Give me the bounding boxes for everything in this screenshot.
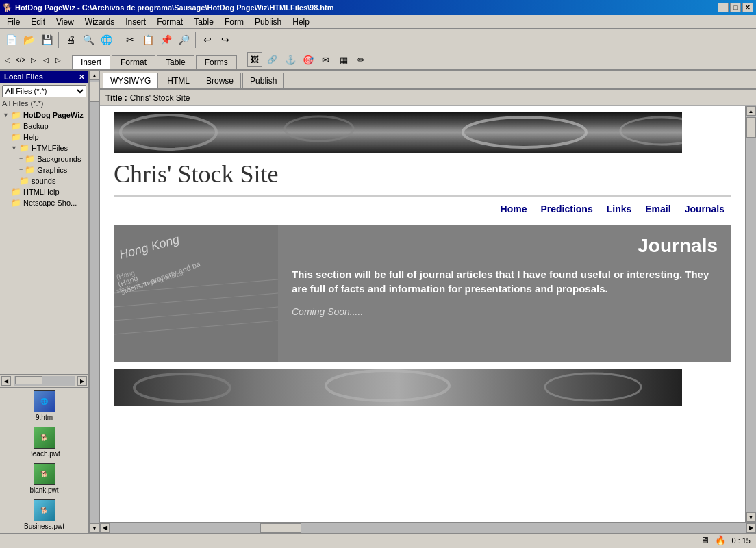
sidebar-title: Local Files [4,73,43,81]
copy-button[interactable]: 📋 [140,32,156,48]
nav-arrow-right1[interactable]: ▷ [28,53,39,66]
tree-label-htmlfiles: HTMLFiles [32,144,68,152]
tab-insert[interactable]: Insert [72,55,110,68]
nav-email[interactable]: Email [645,203,670,214]
toolbars-area: 📄 📂 💾 🖨 🔍 🌐 ✂ 📋 📌 🔎 ↩ ↪ ◁ </> ▷ ◁ ▷ Inse… [0,29,756,71]
separator-5 [242,51,242,67]
save-button[interactable]: 💾 [38,32,55,48]
maximize-button[interactable]: □ [730,3,741,12]
undo-button[interactable]: ↩ [199,32,216,48]
publish-toolbar-button[interactable]: 🌐 [98,32,114,48]
preview-scroll-thumb[interactable] [746,117,756,138]
menu-edit[interactable]: Edit [25,16,51,27]
tab-browse[interactable]: Browse [199,73,241,88]
menu-table[interactable]: Table [188,16,219,27]
tree-item-backup[interactable]: 📁 Backup [0,121,88,132]
file-item-9htm[interactable]: 🌐 9.htm [0,388,88,424]
nav-links[interactable]: Links [607,203,632,214]
title-label: HotDog PageWiz - C:\Archivos de programa… [15,3,334,12]
tree-scrollbar-thumb[interactable] [15,376,42,384]
tree-item-netscape[interactable]: 📁 Netscape Sho... [0,197,88,208]
nav-arrow-right2[interactable]: ▷ [53,53,64,66]
tree-item-sounds[interactable]: 📁 sounds [0,175,88,186]
minimize-button[interactable]: _ [718,3,729,12]
sidebar-close-button[interactable]: ✕ [79,73,84,81]
preview-button[interactable]: 🔍 [80,32,97,48]
tree-item-root[interactable]: ▼ 📁 HotDog PageWiz [0,110,88,121]
nav-arrow-left2[interactable]: ◁ [40,53,51,66]
panel-nav-buttons: ◁ </> ▷ ◁ ▷ [0,51,66,68]
new-button[interactable]: 📄 [3,32,19,48]
tab-wysiwyg[interactable]: WYSIWYG [103,73,158,88]
menu-publish[interactable]: Publish [249,16,287,27]
tree-label-backup: Backup [23,122,49,130]
file-filter-select[interactable]: All Files (*.*) [2,85,86,97]
tree-item-graphics[interactable]: + 📁 Graphics [0,164,88,175]
preview-scroll-left[interactable]: ◀ [100,523,110,533]
tree-item-htmlhelp[interactable]: 📁 HTMLHelp [0,186,88,197]
menu-file[interactable]: File [1,16,25,27]
insert-table-button[interactable]: ▦ [336,52,351,67]
preview-hscroll-thumb[interactable] [260,523,301,533]
svg-point-0 [121,115,216,149]
file-type-label: All Files (*.*) [0,99,88,110]
tree-item-htmlfiles[interactable]: ▼ 📁 HTMLFiles [0,142,88,153]
sidebar-scroll-up[interactable]: ▲ [90,71,99,80]
print-button[interactable]: 🖨 [62,32,79,48]
journals-section-title: Journals [292,235,718,257]
tab-table[interactable]: Table [157,55,194,68]
menu-form[interactable]: Form [219,16,249,27]
window-controls: _ □ ✕ [718,3,753,12]
tree-scroll-right[interactable]: ▶ [77,376,87,386]
insert-line-button[interactable]: ✏ [354,52,369,67]
status-bar: 🖥 🔥 0 : 15 [0,533,756,547]
tab-html[interactable]: HTML [160,73,197,88]
file-label-blank: blank.pwt [29,486,58,494]
tree-scrollbar-track [14,376,75,386]
menu-format[interactable]: Format [151,16,188,27]
file-tree: ▼ 📁 HotDog PageWiz 📁 Backup 📁 Help ▼ 📁 H… [0,110,88,374]
separator-4 [68,51,68,67]
preview-scroll-right[interactable]: ▶ [746,523,756,533]
nav-html-button[interactable]: </> [14,53,27,66]
nav-home[interactable]: Home [501,203,527,214]
insert-img-button[interactable]: 🖼 [247,52,262,67]
folder-icon-netscape: 📁 [11,198,21,208]
menu-view[interactable]: View [51,16,79,27]
web-preview[interactable]: Chris' Stock Site Home Predictions Links… [100,106,745,522]
tab-publish[interactable]: Publish [242,73,284,88]
menu-insert[interactable]: Insert [120,16,151,27]
folder-icon: 📁 [11,110,21,120]
tab-forms[interactable]: Forms [196,55,237,68]
tree-item-help[interactable]: 📁 Help [0,132,88,142]
menu-help[interactable]: Help [287,16,315,27]
sidebar-scroll-down[interactable]: ▼ [90,523,99,533]
close-button[interactable]: ✕ [742,3,753,12]
insert-anchor-button[interactable]: ⚓ [283,52,298,67]
preview-scroll-down[interactable]: ▼ [746,512,756,522]
nav-predictions[interactable]: Predictions [540,203,592,214]
paste-button[interactable]: 📌 [158,32,174,48]
open-button[interactable]: 📂 [21,32,37,48]
tab-format[interactable]: Format [112,55,155,68]
cut-button[interactable]: ✂ [122,32,138,48]
tree-label-bg: Backgrounds [37,155,81,163]
file-item-blank[interactable]: 🐕 blank.pwt [0,460,88,497]
sidebar-scroll-thumb[interactable] [90,82,99,102]
status-monitor-icon: 🖥 [701,535,709,545]
nav-journals[interactable]: Journals [685,203,724,214]
svg-point-1 [285,116,353,141]
folder-icon-graphics: 📁 [25,165,35,175]
insert-link-button[interactable]: 🔗 [265,52,280,67]
redo-button[interactable]: ↪ [217,32,234,48]
menu-wizards[interactable]: Wizards [79,16,120,27]
insert-target-button[interactable]: 🎯 [301,52,316,67]
file-item-business[interactable]: 🐕 Business.pwt [0,497,88,533]
file-item-beach[interactable]: 🐕 Beach.pwt [0,424,88,460]
insert-email-button[interactable]: ✉ [318,52,333,67]
nav-arrow-left1[interactable]: ◁ [2,53,13,66]
preview-scroll-up[interactable]: ▲ [746,106,756,116]
tree-item-backgrounds[interactable]: + 📁 Backgrounds [0,153,88,164]
find-button[interactable]: 🔎 [175,32,192,48]
tree-scroll-left[interactable]: ◀ [1,376,11,386]
